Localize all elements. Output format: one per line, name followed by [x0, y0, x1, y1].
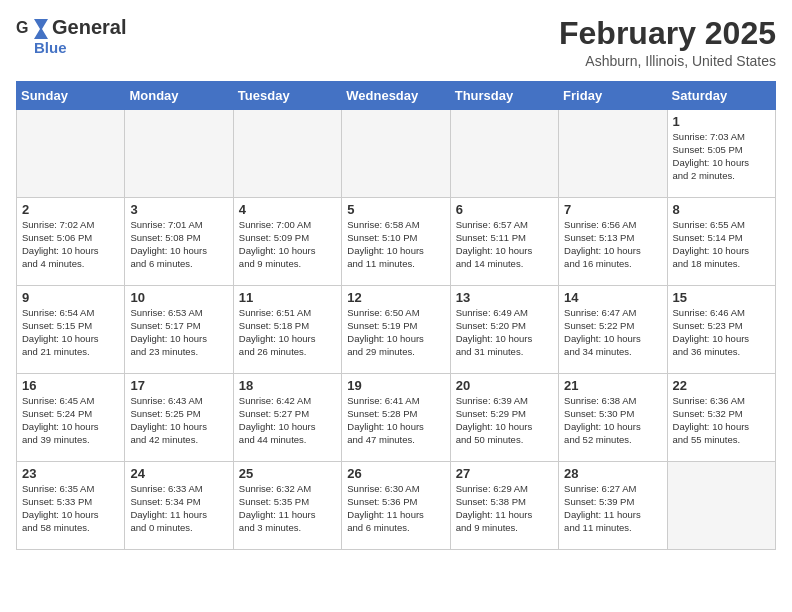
weekday-header-sunday: Sunday — [17, 82, 125, 110]
calendar-cell: 18Sunrise: 6:42 AM Sunset: 5:27 PM Dayli… — [233, 374, 341, 462]
calendar-cell — [559, 110, 667, 198]
day-info: Sunrise: 6:45 AM Sunset: 5:24 PM Dayligh… — [22, 395, 119, 446]
day-number: 16 — [22, 378, 119, 393]
day-number: 3 — [130, 202, 227, 217]
logo-blue: Blue — [34, 39, 67, 56]
day-info: Sunrise: 6:55 AM Sunset: 5:14 PM Dayligh… — [673, 219, 770, 270]
day-number: 27 — [456, 466, 553, 481]
calendar-week-4: 16Sunrise: 6:45 AM Sunset: 5:24 PM Dayli… — [17, 374, 776, 462]
calendar-cell: 7Sunrise: 6:56 AM Sunset: 5:13 PM Daylig… — [559, 198, 667, 286]
logo-general: General — [52, 16, 126, 39]
location: Ashburn, Illinois, United States — [559, 53, 776, 69]
calendar-cell: 20Sunrise: 6:39 AM Sunset: 5:29 PM Dayli… — [450, 374, 558, 462]
calendar-cell: 14Sunrise: 6:47 AM Sunset: 5:22 PM Dayli… — [559, 286, 667, 374]
calendar-cell: 27Sunrise: 6:29 AM Sunset: 5:38 PM Dayli… — [450, 462, 558, 550]
day-number: 5 — [347, 202, 444, 217]
day-number: 15 — [673, 290, 770, 305]
day-number: 23 — [22, 466, 119, 481]
day-info: Sunrise: 7:01 AM Sunset: 5:08 PM Dayligh… — [130, 219, 227, 270]
day-info: Sunrise: 6:27 AM Sunset: 5:39 PM Dayligh… — [564, 483, 661, 534]
calendar-cell — [125, 110, 233, 198]
day-number: 19 — [347, 378, 444, 393]
day-number: 18 — [239, 378, 336, 393]
calendar-cell — [342, 110, 450, 198]
calendar: SundayMondayTuesdayWednesdayThursdayFrid… — [16, 81, 776, 550]
calendar-week-5: 23Sunrise: 6:35 AM Sunset: 5:33 PM Dayli… — [17, 462, 776, 550]
calendar-cell: 2Sunrise: 7:02 AM Sunset: 5:06 PM Daylig… — [17, 198, 125, 286]
day-info: Sunrise: 6:46 AM Sunset: 5:23 PM Dayligh… — [673, 307, 770, 358]
day-number: 13 — [456, 290, 553, 305]
calendar-cell: 13Sunrise: 6:49 AM Sunset: 5:20 PM Dayli… — [450, 286, 558, 374]
svg-text:G: G — [16, 19, 28, 36]
calendar-cell: 3Sunrise: 7:01 AM Sunset: 5:08 PM Daylig… — [125, 198, 233, 286]
day-number: 2 — [22, 202, 119, 217]
day-number: 20 — [456, 378, 553, 393]
page-header: G General Blue February 2025 Ashburn, Il… — [16, 16, 776, 69]
day-info: Sunrise: 6:56 AM Sunset: 5:13 PM Dayligh… — [564, 219, 661, 270]
day-number: 22 — [673, 378, 770, 393]
weekday-header-thursday: Thursday — [450, 82, 558, 110]
calendar-cell — [17, 110, 125, 198]
calendar-cell: 23Sunrise: 6:35 AM Sunset: 5:33 PM Dayli… — [17, 462, 125, 550]
day-info: Sunrise: 6:57 AM Sunset: 5:11 PM Dayligh… — [456, 219, 553, 270]
day-info: Sunrise: 6:53 AM Sunset: 5:17 PM Dayligh… — [130, 307, 227, 358]
day-info: Sunrise: 6:39 AM Sunset: 5:29 PM Dayligh… — [456, 395, 553, 446]
calendar-cell: 4Sunrise: 7:00 AM Sunset: 5:09 PM Daylig… — [233, 198, 341, 286]
day-number: 9 — [22, 290, 119, 305]
calendar-cell: 25Sunrise: 6:32 AM Sunset: 5:35 PM Dayli… — [233, 462, 341, 550]
calendar-cell: 19Sunrise: 6:41 AM Sunset: 5:28 PM Dayli… — [342, 374, 450, 462]
day-number: 8 — [673, 202, 770, 217]
logo-text: G General — [16, 16, 126, 39]
day-number: 11 — [239, 290, 336, 305]
weekday-header-saturday: Saturday — [667, 82, 775, 110]
day-number: 21 — [564, 378, 661, 393]
day-number: 14 — [564, 290, 661, 305]
calendar-cell: 16Sunrise: 6:45 AM Sunset: 5:24 PM Dayli… — [17, 374, 125, 462]
svg-marker-1 — [34, 19, 48, 39]
day-info: Sunrise: 6:32 AM Sunset: 5:35 PM Dayligh… — [239, 483, 336, 534]
calendar-week-3: 9Sunrise: 6:54 AM Sunset: 5:15 PM Daylig… — [17, 286, 776, 374]
day-info: Sunrise: 6:41 AM Sunset: 5:28 PM Dayligh… — [347, 395, 444, 446]
day-info: Sunrise: 6:33 AM Sunset: 5:34 PM Dayligh… — [130, 483, 227, 534]
day-info: Sunrise: 6:36 AM Sunset: 5:32 PM Dayligh… — [673, 395, 770, 446]
calendar-week-1: 1Sunrise: 7:03 AM Sunset: 5:05 PM Daylig… — [17, 110, 776, 198]
day-info: Sunrise: 6:29 AM Sunset: 5:38 PM Dayligh… — [456, 483, 553, 534]
calendar-cell: 15Sunrise: 6:46 AM Sunset: 5:23 PM Dayli… — [667, 286, 775, 374]
logo-icon: G — [16, 17, 48, 39]
weekday-header-monday: Monday — [125, 82, 233, 110]
day-number: 24 — [130, 466, 227, 481]
day-info: Sunrise: 6:30 AM Sunset: 5:36 PM Dayligh… — [347, 483, 444, 534]
calendar-cell: 1Sunrise: 7:03 AM Sunset: 5:05 PM Daylig… — [667, 110, 775, 198]
weekday-header-tuesday: Tuesday — [233, 82, 341, 110]
day-number: 7 — [564, 202, 661, 217]
day-info: Sunrise: 6:54 AM Sunset: 5:15 PM Dayligh… — [22, 307, 119, 358]
day-info: Sunrise: 6:35 AM Sunset: 5:33 PM Dayligh… — [22, 483, 119, 534]
day-number: 17 — [130, 378, 227, 393]
day-info: Sunrise: 7:02 AM Sunset: 5:06 PM Dayligh… — [22, 219, 119, 270]
calendar-cell: 17Sunrise: 6:43 AM Sunset: 5:25 PM Dayli… — [125, 374, 233, 462]
weekday-header-row: SundayMondayTuesdayWednesdayThursdayFrid… — [17, 82, 776, 110]
calendar-cell: 26Sunrise: 6:30 AM Sunset: 5:36 PM Dayli… — [342, 462, 450, 550]
day-info: Sunrise: 7:03 AM Sunset: 5:05 PM Dayligh… — [673, 131, 770, 182]
month-title: February 2025 — [559, 16, 776, 51]
day-info: Sunrise: 6:49 AM Sunset: 5:20 PM Dayligh… — [456, 307, 553, 358]
day-number: 12 — [347, 290, 444, 305]
day-number: 25 — [239, 466, 336, 481]
calendar-cell — [450, 110, 558, 198]
calendar-cell: 21Sunrise: 6:38 AM Sunset: 5:30 PM Dayli… — [559, 374, 667, 462]
day-info: Sunrise: 6:50 AM Sunset: 5:19 PM Dayligh… — [347, 307, 444, 358]
day-number: 28 — [564, 466, 661, 481]
day-info: Sunrise: 6:47 AM Sunset: 5:22 PM Dayligh… — [564, 307, 661, 358]
title-block: February 2025 Ashburn, Illinois, United … — [559, 16, 776, 69]
calendar-cell: 10Sunrise: 6:53 AM Sunset: 5:17 PM Dayli… — [125, 286, 233, 374]
day-number: 6 — [456, 202, 553, 217]
logo: G General Blue — [16, 16, 126, 56]
day-number: 1 — [673, 114, 770, 129]
calendar-cell: 11Sunrise: 6:51 AM Sunset: 5:18 PM Dayli… — [233, 286, 341, 374]
calendar-cell: 12Sunrise: 6:50 AM Sunset: 5:19 PM Dayli… — [342, 286, 450, 374]
day-info: Sunrise: 6:43 AM Sunset: 5:25 PM Dayligh… — [130, 395, 227, 446]
weekday-header-wednesday: Wednesday — [342, 82, 450, 110]
day-info: Sunrise: 6:51 AM Sunset: 5:18 PM Dayligh… — [239, 307, 336, 358]
calendar-cell: 22Sunrise: 6:36 AM Sunset: 5:32 PM Dayli… — [667, 374, 775, 462]
weekday-header-friday: Friday — [559, 82, 667, 110]
